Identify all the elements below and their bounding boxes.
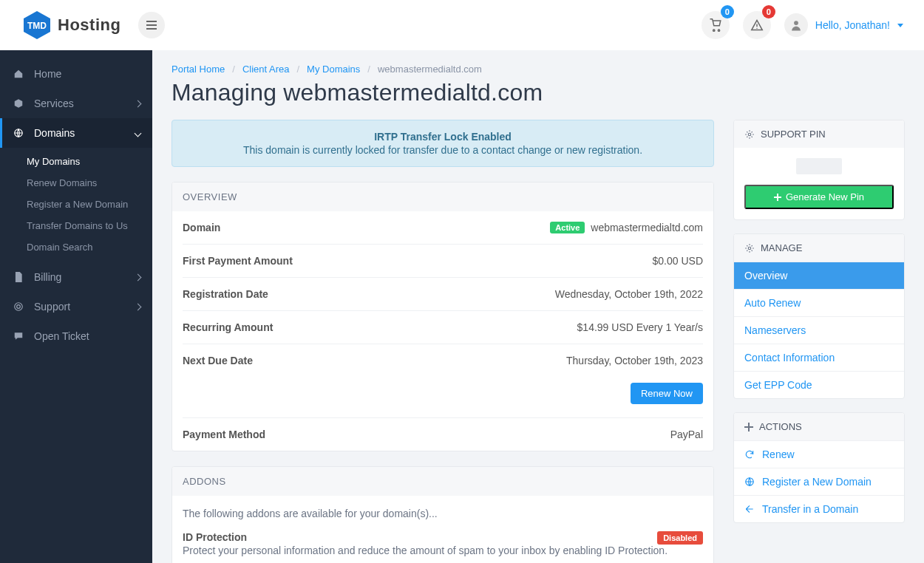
cart-icon — [709, 18, 722, 32]
addons-heading: ADDONS — [172, 467, 713, 496]
share-icon — [744, 504, 755, 514]
comment-icon — [12, 331, 25, 341]
status-badge: Active — [550, 222, 585, 233]
manage-nameservers[interactable]: Nameservers — [734, 316, 904, 344]
logo-hex-icon: TMD — [21, 9, 53, 41]
sidebar-sub-register[interactable]: Register a New Domain — [0, 194, 152, 215]
sidebar-item-domains[interactable]: Domains — [0, 118, 152, 148]
addons-panel: ADDONS The following addons are availabl… — [171, 466, 714, 563]
brand-logo[interactable]: TMD Hosting — [21, 9, 120, 41]
gear-icon — [744, 243, 755, 253]
svg-point-3 — [756, 28, 757, 29]
addon-name: ID Protection — [183, 531, 247, 543]
row-label: Registration Date — [183, 288, 268, 300]
gear-icon — [744, 129, 755, 140]
sidebar-item-services[interactable]: Services — [0, 89, 152, 118]
sidebar: Home Services Domains My Domains Renew D… — [0, 50, 152, 563]
row-value: PayPal — [670, 429, 703, 440]
sidebar-item-home[interactable]: Home — [0, 59, 152, 89]
avatar — [784, 13, 808, 37]
manage-contact-info[interactable]: Contact Information — [734, 344, 904, 371]
manage-panel: MANAGE Overview Auto Renew Nameservers C… — [733, 233, 905, 399]
crumb-my-domains[interactable]: My Domains — [307, 64, 360, 75]
sidebar-sub-renew[interactable]: Renew Domains — [0, 172, 152, 194]
actions-panel: ACTIONS Renew Register a New Domain — [733, 412, 905, 523]
pin-value — [796, 158, 842, 174]
hamburger-icon — [146, 21, 157, 30]
sidebar-item-support[interactable]: Support — [0, 292, 152, 321]
sidebar-sub-transfer[interactable]: Transfer Domains to Us — [0, 215, 152, 236]
cart-badge: 0 — [721, 5, 734, 18]
row-label: Next Due Date — [183, 355, 253, 366]
notifications-button[interactable]: 0 — [743, 11, 771, 39]
action-renew[interactable]: Renew — [734, 440, 904, 468]
manage-overview[interactable]: Overview — [734, 262, 904, 289]
row-label: Recurring Amount — [183, 321, 273, 333]
svg-point-8 — [748, 133, 751, 136]
cube-icon — [12, 98, 25, 109]
globe-icon — [744, 477, 755, 487]
warning-icon — [750, 19, 764, 31]
sidebar-item-label: Domains — [34, 127, 75, 139]
user-menu[interactable]: Hello, Jonathan! — [784, 13, 903, 37]
row-value: $0.00 USD — [653, 255, 703, 267]
crumb-portal[interactable]: Portal Home — [171, 64, 225, 75]
page-title: Managing webmastermedialtd.com — [171, 79, 905, 106]
main-content: Portal Home / Client Area / My Domains /… — [152, 50, 924, 563]
notifications-badge: 0 — [762, 5, 775, 18]
actions-title: ACTIONS — [759, 421, 802, 432]
topbar-right: 0 0 Hello, Jonathan! — [702, 11, 903, 39]
crumb-client-area[interactable]: Client Area — [242, 64, 290, 75]
svg-point-9 — [748, 247, 751, 250]
generate-pin-button[interactable]: Generate New Pin — [744, 185, 894, 209]
sidebar-sub-search[interactable]: Domain Search — [0, 236, 152, 258]
user-icon — [791, 19, 801, 31]
irtp-alert: IRTP Transfer Lock Enabled This domain i… — [171, 120, 714, 167]
file-icon — [12, 272, 25, 282]
menu-toggle-button[interactable] — [138, 12, 165, 38]
manage-title: MANAGE — [761, 242, 802, 253]
plus-icon — [744, 423, 753, 431]
generate-pin-label: Generate New Pin — [786, 191, 864, 202]
action-transfer[interactable]: Transfer in a Domain — [734, 495, 904, 522]
row-first-payment: First Payment Amount $0.00 USD — [183, 245, 703, 278]
plus-icon — [774, 194, 781, 201]
row-registration-date: Registration Date Wednesday, October 19t… — [183, 278, 703, 311]
manage-list: Overview Auto Renew Nameservers Contact … — [734, 262, 904, 398]
breadcrumb: Portal Home / Client Area / My Domains /… — [171, 64, 905, 75]
sidebar-item-open-ticket[interactable]: Open Ticket — [0, 321, 152, 351]
overview-panel: OVERVIEW Domain Active webmastermedialtd… — [171, 182, 714, 451]
brand-text: Hosting — [58, 16, 120, 35]
crumb-sep: / — [296, 64, 299, 75]
support-pin-panel: SUPPORT PIN Generate New Pin — [733, 120, 905, 220]
sidebar-sub-my-domains[interactable]: My Domains — [0, 151, 152, 172]
addons-intro: The following addons are available for y… — [183, 496, 703, 531]
manage-auto-renew[interactable]: Auto Renew — [734, 289, 904, 316]
row-recurring: Recurring Amount $14.99 USD Every 1 Year… — [183, 311, 703, 344]
sidebar-item-billing[interactable]: Billing — [0, 262, 152, 292]
addon-status-badge: Disabled — [657, 531, 703, 545]
sidebar-item-label: Home — [34, 68, 61, 80]
row-domain: Domain Active webmastermedialtd.com — [183, 211, 703, 245]
sidebar-item-label: Services — [34, 98, 74, 109]
user-greeting: Hello, Jonathan! — [815, 19, 890, 31]
renew-now-button[interactable]: Renew Now — [631, 383, 703, 404]
crumb-sep: / — [367, 64, 370, 75]
alert-body: This domain is currently locked for tran… — [186, 144, 700, 156]
row-value: Active webmastermedialtd.com — [550, 222, 703, 233]
lifebuoy-icon — [12, 301, 25, 312]
support-pin-title: SUPPORT PIN — [761, 129, 826, 140]
cart-button[interactable]: 0 — [702, 11, 730, 39]
addon-header: ID Protection Disabled — [183, 531, 703, 545]
action-register[interactable]: Register a New Domain — [734, 468, 904, 495]
sidebar-item-label: Open Ticket — [34, 330, 89, 342]
domains-submenu: My Domains Renew Domains Register a New … — [0, 148, 152, 262]
alert-title: IRTP Transfer Lock Enabled — [186, 131, 700, 143]
row-label: Payment Method — [183, 429, 265, 440]
row-value: $14.99 USD Every 1 Year/s — [577, 321, 703, 333]
svg-point-6 — [15, 303, 23, 311]
globe-icon — [12, 128, 25, 138]
crumb-current: webmastermedialtd.com — [378, 64, 482, 75]
manage-epp[interactable]: Get EPP Code — [734, 371, 904, 398]
sidebar-item-label: Billing — [34, 271, 61, 283]
